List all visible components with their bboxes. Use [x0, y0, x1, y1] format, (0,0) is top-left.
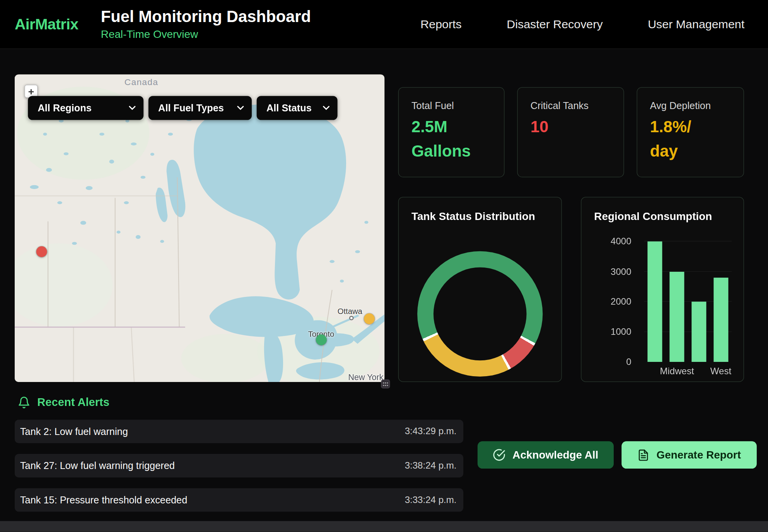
stat-card-avg-depletion: Avg Depletion 1.8%/ day — [637, 87, 744, 177]
x-tick-label: Midwest — [660, 366, 694, 377]
chevron-down-icon — [129, 106, 136, 110]
filter-regions-label: All Regions — [38, 102, 92, 114]
chevron-down-icon — [323, 106, 330, 110]
alert-time: 3:38:24 p.m. — [405, 460, 457, 471]
alert-message: Tank 15: Pressure threshold exceeded — [20, 494, 187, 506]
stat-value: 1.8%/ day — [650, 114, 744, 163]
filter-regions-dropdown[interactable]: All Regions — [28, 96, 143, 120]
nav-disaster-recovery[interactable]: Disaster Recovery — [507, 17, 602, 31]
alerts-heading: Recent Alerts — [37, 396, 109, 409]
chart-title: Regional Consumption — [581, 197, 743, 223]
y-tick-label: 2000 — [611, 296, 631, 307]
bar-slot — [688, 241, 710, 362]
stat-value: 10 — [531, 114, 624, 139]
bar — [670, 271, 684, 362]
chart-title: Tank Status Distribution — [399, 197, 561, 223]
alert-message: Tank 27: Low fuel warning triggered — [20, 460, 175, 471]
y-tick-label: 4000 — [611, 236, 631, 247]
grip-dots-icon — [382, 382, 388, 386]
chevron-down-icon — [237, 106, 244, 110]
bell-icon — [18, 396, 31, 409]
filter-fuel-types-dropdown[interactable]: All Fuel Types — [148, 96, 252, 120]
dashboard-root: AirMatrix Fuel Monitoring Dashboard Real… — [0, 0, 768, 532]
map-panel[interactable]: Canada Ottawa Toronto New York + All Reg… — [15, 75, 384, 382]
donut-chart — [417, 251, 543, 377]
tank-marker-warning[interactable] — [364, 314, 375, 324]
page-title: Fuel Monitoring Dashboard — [101, 8, 311, 26]
stat-value: 2.5M Gallons — [411, 114, 504, 163]
stat-label: Avg Depletion — [650, 101, 744, 112]
nav-reports[interactable]: Reports — [420, 17, 461, 31]
tank-marker-normal[interactable] — [316, 334, 327, 345]
y-tick-label: 0 — [626, 356, 631, 367]
check-circle-icon — [493, 448, 506, 461]
generate-report-label: Generate Report — [657, 448, 741, 461]
tank-marker-critical[interactable] — [36, 246, 47, 257]
filter-status-dropdown[interactable]: All Status — [257, 96, 338, 120]
x-tick-label: West — [710, 366, 731, 377]
y-tick-label: 1000 — [611, 326, 631, 337]
map-canvas — [15, 75, 384, 382]
stat-label: Critical Tanks — [531, 101, 624, 112]
generate-report-button[interactable]: Generate Report — [621, 441, 757, 469]
page-title-block: Fuel Monitoring Dashboard Real-Time Over… — [101, 8, 311, 41]
alert-time: 3:33:24 p.m. — [405, 494, 457, 505]
bar-slot: Midwest — [666, 241, 688, 362]
brand-logo[interactable]: AirMatrix — [15, 15, 78, 33]
bar-plot: MidwestWest — [644, 241, 732, 362]
bar — [648, 241, 662, 362]
filter-fuel-types-label: All Fuel Types — [158, 102, 224, 114]
document-icon — [637, 449, 650, 461]
stat-label: Total Fuel — [411, 101, 504, 112]
bar — [713, 278, 728, 362]
main-nav: Reports Disaster Recovery User Managemen… — [420, 17, 744, 31]
alert-row[interactable]: Tank 15: Pressure threshold exceeded 3:3… — [15, 488, 463, 512]
page: AirMatrix Fuel Monitoring Dashboard Real… — [0, 0, 768, 532]
y-tick-label: 3000 — [611, 266, 631, 277]
alert-time: 3:43:29 p.m. — [405, 426, 457, 437]
regional-consumption-card: Regional Consumption 01000200030004000 M… — [581, 197, 744, 382]
app-header: AirMatrix Fuel Monitoring Dashboard Real… — [0, 0, 768, 49]
alert-row[interactable]: Tank 2: Low fuel warning 3:43:29 p.m. — [15, 419, 463, 443]
map-filter-bar: All Regions All Fuel Types All Status — [28, 96, 337, 120]
nav-user-management[interactable]: User Management — [648, 17, 744, 31]
bottom-scrollbar-track[interactable] — [0, 521, 768, 532]
bar-slot: West — [710, 241, 732, 362]
resize-grip[interactable] — [381, 380, 390, 389]
bar — [691, 302, 706, 362]
stat-card-critical-tanks: Critical Tanks 10 — [517, 87, 624, 177]
bar-slot — [644, 241, 666, 362]
acknowledge-all-button[interactable]: Acknowledge All — [478, 441, 614, 469]
acknowledge-all-label: Acknowledge All — [512, 448, 598, 461]
filter-status-label: All Status — [266, 102, 312, 114]
alert-row[interactable]: Tank 27: Low fuel warning triggered 3:38… — [15, 454, 463, 477]
alert-message: Tank 2: Low fuel warning — [20, 426, 128, 437]
tank-status-distribution-card: Tank Status Distribution — [398, 197, 562, 382]
bar-yaxis: 01000200030004000 — [603, 241, 635, 362]
city-marker-ottawa — [349, 316, 353, 320]
alerts-header: Recent Alerts — [18, 396, 109, 409]
stat-card-total-fuel: Total Fuel 2.5M Gallons — [398, 87, 505, 177]
page-subtitle: Real-Time Overview — [101, 28, 311, 41]
